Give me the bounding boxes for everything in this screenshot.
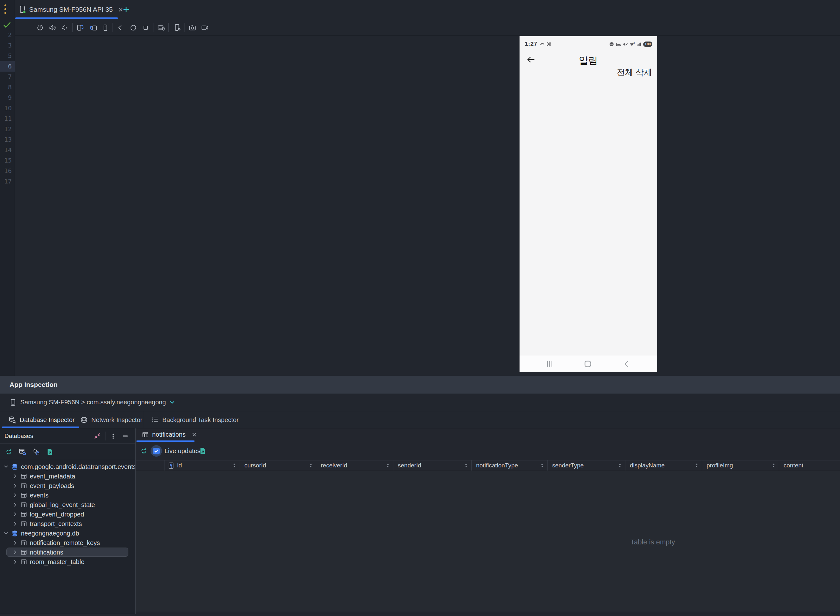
rotate-right-button[interactable] [74, 22, 86, 34]
tree-item-table[interactable]: events [0, 490, 135, 500]
hardware-input-button[interactable] [155, 22, 167, 34]
refresh-databases-icon[interactable] [3, 446, 15, 458]
tree-item-label: event_metadata [30, 473, 75, 480]
run-check-icon[interactable] [3, 21, 11, 29]
tree-item-table-selected[interactable]: notifications [0, 547, 135, 557]
fold-posture-button[interactable] [99, 22, 111, 34]
tab-device-mirror[interactable]: Samsung SM-F956N API 35 [15, 0, 118, 19]
device-settings-button[interactable] [172, 22, 184, 34]
chevron-right-icon[interactable] [13, 550, 18, 555]
tab-notifications-table[interactable]: notifications [136, 428, 197, 440]
column-header-cursorId[interactable]: cursorId [239, 461, 316, 471]
tree-item-table[interactable]: room_master_table [0, 557, 135, 566]
chevron-right-icon[interactable] [13, 512, 18, 517]
sort-icon[interactable] [694, 463, 699, 468]
tree-item-table[interactable]: transport_contexts [0, 519, 135, 528]
toolbar-separator [168, 23, 169, 32]
volume-down-button[interactable] [58, 22, 70, 34]
column-header-senderId[interactable]: senderId [393, 461, 471, 471]
chevron-right-icon[interactable] [13, 502, 18, 507]
export-table-icon[interactable] [197, 445, 209, 457]
delete-all-button[interactable]: 전체 삭제 [617, 67, 652, 78]
tree-item-database[interactable]: com.google.android.datatransport.events [0, 462, 135, 471]
column-header-content[interactable]: content [779, 461, 840, 471]
column-header-senderType[interactable]: senderType [548, 461, 625, 471]
phone-back-button[interactable] [620, 355, 633, 372]
chevron-right-icon[interactable] [13, 559, 18, 564]
tab-database-inspector[interactable]: Database Inspector [8, 411, 75, 428]
android-overview-button[interactable] [140, 22, 151, 34]
tree-item-table[interactable]: global_log_event_state [0, 500, 135, 509]
primary-key-icon [168, 462, 174, 469]
database-search-icon [8, 416, 16, 424]
close-table-tab-icon[interactable] [191, 432, 197, 437]
chevron-right-icon[interactable] [13, 493, 18, 498]
export-database-icon[interactable] [44, 446, 56, 458]
power-button[interactable] [34, 22, 46, 34]
column-header-notificationType[interactable]: notificationType [471, 461, 548, 471]
panel-options-icon[interactable] [108, 431, 118, 441]
tree-item-table[interactable]: log_event_dropped [0, 509, 135, 519]
chevron-down-icon[interactable] [3, 464, 9, 469]
tree-item-label: notifications [30, 549, 63, 556]
sort-icon[interactable] [308, 463, 313, 468]
android-back-button[interactable] [114, 22, 126, 34]
tree-item-table[interactable]: event_payloads [0, 481, 135, 490]
empty-table-message: Table is empty [630, 538, 675, 546]
chevron-right-icon[interactable] [13, 540, 18, 545]
sort-icon[interactable] [232, 463, 237, 468]
refresh-table-icon[interactable] [138, 445, 150, 457]
line-number: 13 [0, 134, 15, 145]
add-device-button[interactable]: + [119, 3, 133, 16]
line-number: 11 [0, 113, 15, 124]
column-header-profileImg[interactable]: profileImg [702, 461, 779, 471]
tree-item-table[interactable]: notification_remote_keys [0, 538, 135, 547]
rotate-left-button[interactable] [88, 22, 100, 34]
phone-home-button[interactable] [581, 355, 595, 372]
device-toolbar [15, 19, 840, 36]
column-header-displayName[interactable]: displayName [625, 461, 702, 471]
column-header-id[interactable]: id [164, 461, 239, 471]
line-number-active: 6 [0, 61, 15, 72]
chevron-down-icon[interactable] [170, 400, 175, 404]
sort-icon[interactable] [771, 463, 776, 468]
volume-up-button[interactable] [46, 22, 58, 34]
tab-background-task-inspector[interactable]: Background Task Inspector [151, 411, 239, 428]
device-screen-mirror[interactable]: 1:27 100 알림 전체 삭제 [520, 36, 657, 372]
signal-icon [637, 42, 641, 46]
checkbox-halo [151, 445, 162, 457]
sort-icon[interactable] [385, 463, 390, 468]
screenshot-button[interactable] [187, 22, 198, 34]
tab-network-inspector[interactable]: Network Inspector [80, 411, 142, 428]
phone-recents-button[interactable] [543, 355, 557, 372]
live-updates-checkbox[interactable] [153, 448, 160, 455]
screen-record-button[interactable] [199, 22, 211, 34]
keep-connections-open-icon[interactable] [30, 446, 42, 458]
chevron-right-icon[interactable] [13, 521, 18, 527]
phone-screen-title: 알림 [520, 54, 657, 67]
open-query-tab-icon[interactable] [16, 446, 28, 458]
collapse-panel-icon[interactable] [92, 431, 102, 441]
table-body[interactable]: Table is empty [136, 471, 840, 612]
app-inspection-header[interactable]: App Inspection [0, 376, 840, 393]
line-number: 14 [0, 145, 15, 155]
sort-icon[interactable] [617, 463, 622, 468]
chevron-down-icon[interactable] [3, 531, 9, 536]
mute-icon [623, 42, 628, 46]
android-home-button[interactable] [127, 22, 139, 34]
status-bar-strip [0, 614, 840, 616]
tree-item-database[interactable]: neegongnaegong.db [0, 528, 135, 538]
tab-label: Background Task Inspector [162, 417, 239, 424]
tree-item-table[interactable]: event_metadata [0, 471, 135, 481]
tree-item-label: global_log_event_state [30, 501, 95, 509]
process-selector-label: Samsung SM-F956N > com.ssafy.neegongnaeg… [20, 399, 166, 406]
column-header-receiverId[interactable]: receiverId [316, 461, 393, 471]
minimize-panel-icon[interactable] [120, 431, 130, 441]
table-header-row: id cursorId receiverId senderId notifica… [136, 460, 840, 471]
sort-icon[interactable] [464, 463, 468, 468]
main-menu-icon[interactable] [4, 4, 7, 16]
live-updates-toggle[interactable]: Live updates [151, 445, 200, 457]
chevron-right-icon[interactable] [13, 474, 18, 479]
chevron-right-icon[interactable] [13, 483, 18, 488]
sort-icon[interactable] [540, 463, 545, 468]
